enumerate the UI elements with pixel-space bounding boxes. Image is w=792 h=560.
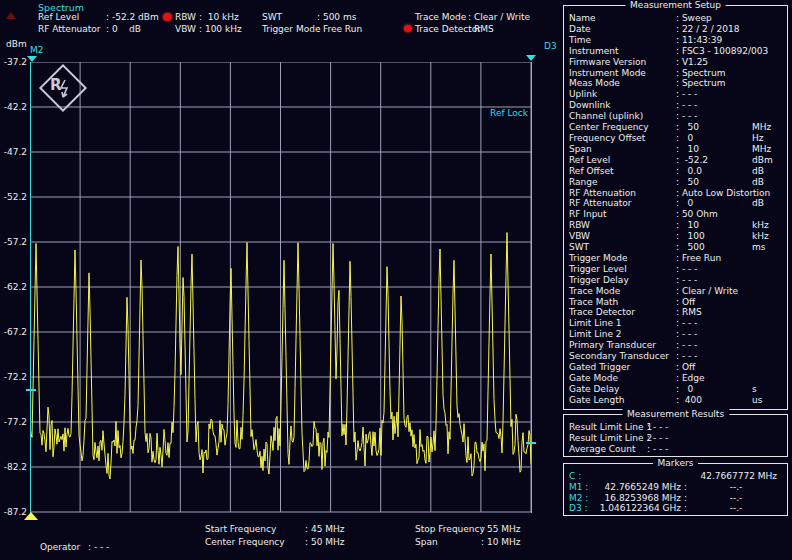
start-frequency-label: Start Frequency (205, 523, 305, 536)
setup-row: Center Frequency: 50MHz (569, 122, 785, 133)
setup-row: Primary Transducer: - - - (569, 340, 785, 351)
operator-label: Operator (40, 541, 88, 554)
measurement-results-title: Measurement Results (622, 409, 729, 419)
marker-row: M1 :42.7665249 MHz--.- (569, 482, 785, 493)
measurement-setup-title: Measurement Setup (625, 0, 726, 10)
vbw-label: VBW (175, 23, 199, 35)
setup-row: Downlink: - - - (569, 100, 785, 111)
setup-row: VBW: 100kHz (569, 231, 785, 242)
setup-row: Meas Mode: Spectrum (569, 78, 785, 89)
marker-row: D3 :1.046122364 GHz--.- (569, 503, 785, 514)
setup-row: Trace Detector: RMS (569, 307, 785, 318)
rbw-label: RBW (175, 11, 199, 23)
header-bandwidth-column: RBW 10 kHz VBW100 kHz (175, 11, 242, 35)
markers-title: Markers (653, 458, 699, 468)
setup-row: RF Attenuation: Auto Low Distortion (569, 188, 785, 199)
trigger-mode-value: Free Run (317, 23, 362, 35)
setup-row: Trace Mode: Clear / Write (569, 286, 785, 297)
setup-row: Trace Math: Off (569, 297, 785, 308)
setup-row: Gate Delay: 0s (569, 384, 785, 395)
rf-attenuator-value: 0 dB (106, 23, 141, 35)
center-frequency-label: Center Frequency (205, 536, 305, 549)
operator-value: - - - (88, 541, 109, 554)
span-value: 10 MHz (481, 536, 520, 549)
marker-line-d3 (531, 62, 532, 513)
setup-row: SWT: 500ms (569, 242, 785, 253)
setup-row: Instrument Mode: Spectrum (569, 68, 785, 79)
y-tick-label: -82.2 (0, 462, 27, 472)
header-level-column: Ref Level-52.2 dBm RF Attenuator0 dB (38, 11, 159, 35)
setup-row: Uplink: - - - (569, 89, 785, 100)
header-trace-column: Trace ModeClear / Write Trace DetectorRM… (415, 11, 530, 35)
setup-row: RF Attenuator: 0dB (569, 198, 785, 209)
overload-indicator-icon (6, 12, 16, 19)
y-tick-label: -77.2 (0, 417, 27, 427)
ref-level-value: -52.2 dBm (106, 11, 159, 23)
setup-row: Trigger Delay: - - - (569, 275, 785, 286)
rs-logo-icon: R (38, 63, 88, 113)
setup-row: Ref Level: -52.2dBm (569, 155, 785, 166)
setup-row: Gate Length: 400us (569, 395, 785, 406)
y-tick-label: -87.2 (0, 507, 27, 517)
stop-span-readout: Stop Frequency55 MHz Span10 MHz (415, 523, 520, 549)
stop-frequency-label: Stop Frequency (415, 523, 481, 536)
setup-row: Secondary Transducer: - - - (569, 351, 785, 362)
trace-detector-label: Trace Detector (415, 23, 468, 35)
y-tick-label: -52.2 (0, 192, 27, 202)
setup-row: Instrument: FSC3 - 100892/003 (569, 46, 785, 57)
trace-mode-label: Trace Mode (415, 11, 468, 23)
marker-m2-level-tick (26, 389, 36, 391)
setup-row: Time: 11:43:39 (569, 35, 785, 46)
y-tick-label: -37.2 (0, 57, 27, 67)
y-tick-label: -47.2 (0, 147, 27, 157)
setup-row: Frequency Offset: 0Hz (569, 133, 785, 144)
marker-m2-triangle-icon (27, 56, 37, 62)
setup-row: RF Input: 50 Ohm (569, 209, 785, 220)
start-center-frequency-readout: Start Frequency45 MHz Center Frequency50… (205, 523, 344, 549)
center-frequency-value: 50 MHz (305, 536, 344, 549)
y-tick-label: -42.2 (0, 102, 27, 112)
marker-d3-triangle-icon (526, 55, 536, 61)
marker-d3-level-tick (526, 442, 536, 444)
setup-row: Gate Mode: Edge (569, 373, 785, 384)
trigger-mode-label: Trigger Mode (262, 23, 317, 35)
rf-attenuator-label: RF Attenuator (38, 23, 106, 35)
detector-indicator-icon (404, 25, 412, 32)
vbw-value: 100 kHz (199, 23, 242, 35)
rbw-value: 10 kHz (199, 11, 239, 23)
result-row: Result Limit Line 2: - - - (569, 433, 785, 444)
setup-row: Gated Trigger: Off (569, 362, 785, 373)
trace-detector-value: RMS (468, 23, 494, 35)
marker-line-m2 (30, 62, 31, 513)
start-frequency-value: 45 MHz (305, 523, 344, 536)
setup-row: Ref Offset: 0.0dB (569, 166, 785, 177)
y-tick-label: -57.2 (0, 237, 27, 247)
setup-row: Firmware Version: V1.25 (569, 57, 785, 68)
result-row: Average Count: - - - (569, 444, 785, 455)
setup-row: Limit Line 2: - - - (569, 329, 785, 340)
measurement-results-rows: Result Limit Line 1: - - -Result Limit L… (569, 422, 785, 454)
setup-row: Name: Sweep (569, 13, 785, 24)
setup-row: Date: 22 / 2 / 2018 (569, 24, 785, 35)
markers-panel: Markers C :42.7667772 MHzM1 :42.7665249 … (563, 463, 788, 516)
spectrum-analyzer-screen: Spectrum Ref Level-52.2 dBm RF Attenuato… (0, 0, 792, 560)
swt-label: SWT (262, 11, 317, 23)
measurement-setup-panel: Measurement Setup Name: SweepDate: 22 / … (563, 5, 788, 410)
y-axis-unit: dBm (6, 39, 27, 49)
rbw-coupled-indicator-icon (163, 13, 172, 21)
measurement-results-panel: Measurement Results Result Limit Line 1:… (563, 414, 788, 457)
ref-level-label: Ref Level (38, 11, 106, 23)
y-tick-label: -72.2 (0, 372, 27, 382)
setup-row: Trigger Mode: Free Run (569, 253, 785, 264)
stop-frequency-value: 55 MHz (481, 523, 520, 536)
svg-text:R: R (50, 76, 62, 94)
operator-readout: Operator- - - (40, 541, 109, 554)
swt-value: 500 ms (317, 11, 356, 23)
setup-row: Limit Line 1: - - - (569, 318, 785, 329)
ref-lock-status: Ref Lock (430, 108, 528, 118)
measurement-setup-rows: Name: SweepDate: 22 / 2 / 2018Time: 11:4… (569, 13, 785, 406)
marker-row: M2 :16.8253968 MHz--.- (569, 493, 785, 504)
span-label: Span (415, 536, 481, 549)
setup-row: Channel (uplink): - - - (569, 111, 785, 122)
setup-row: Range: 50dB (569, 177, 785, 188)
